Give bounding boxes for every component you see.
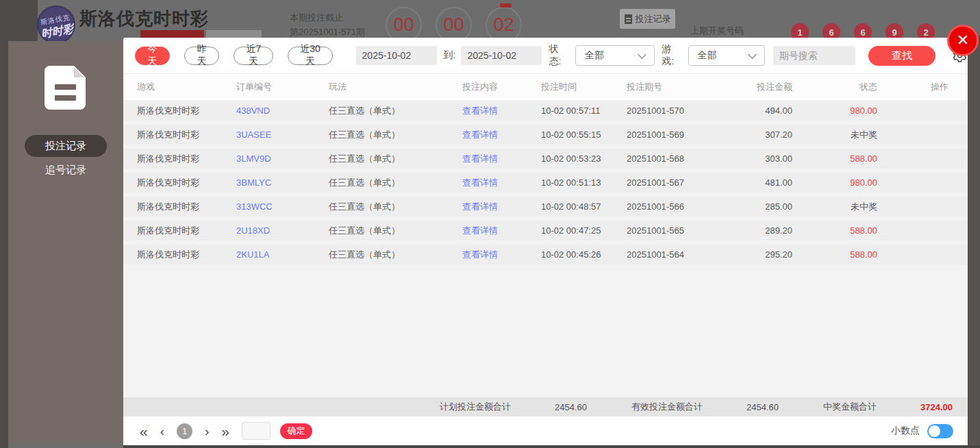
period-label: 第20251001-571期 bbox=[290, 26, 365, 38]
column-header: 投注期号 bbox=[627, 81, 742, 93]
chevron-down-icon bbox=[638, 50, 646, 59]
first-page-button[interactable]: « bbox=[140, 424, 148, 438]
cell-status: 未中奖 bbox=[792, 201, 877, 213]
background-left-strip bbox=[0, 38, 8, 448]
view-details-link[interactable]: 查看详情 bbox=[462, 201, 541, 213]
cell-bet-time: 10-02 00:47:25 bbox=[541, 225, 627, 236]
cell-play: 任三直选（单式） bbox=[329, 249, 462, 261]
win-total-value: 3724.00 bbox=[920, 402, 953, 412]
goto-page-input[interactable] bbox=[242, 422, 271, 440]
quick-filter-button[interactable]: 昨天 bbox=[184, 47, 219, 65]
cell-play: 任三直选（单式） bbox=[329, 153, 462, 165]
prev-page-button[interactable]: ‹ bbox=[160, 425, 164, 438]
cell-order-number[interactable]: 313WCC bbox=[236, 201, 329, 212]
column-header: 投注时间 bbox=[541, 81, 627, 93]
cell-bet-time: 10-02 00:48:57 bbox=[541, 201, 627, 212]
date-to-input[interactable] bbox=[461, 46, 542, 65]
bet-records-button[interactable]: 投注记录 bbox=[620, 9, 675, 29]
view-details-link[interactable]: 查看详情 bbox=[462, 105, 541, 117]
cell-bet-time: 10-02 00:57:11 bbox=[541, 105, 627, 116]
quick-filter-button[interactable]: 近30天 bbox=[288, 47, 332, 65]
table-row: 斯洛伐克时时彩3LMV9D任三直选（单式）查看详情10-02 00:53:232… bbox=[123, 149, 968, 169]
column-header: 状态 bbox=[792, 81, 877, 93]
date-from-input[interactable] bbox=[356, 46, 437, 65]
view-details-link[interactable]: 查看详情 bbox=[462, 153, 541, 165]
quick-filter-button[interactable]: 今天 bbox=[135, 47, 170, 65]
column-header: 玩法 bbox=[329, 81, 462, 93]
cell-order-number[interactable]: 438VND bbox=[236, 105, 329, 116]
cell-game: 斯洛伐克时时彩 bbox=[137, 153, 236, 165]
confirm-page-button[interactable]: 确定 bbox=[280, 423, 312, 439]
cell-bet-period: 20251001-568 bbox=[627, 153, 742, 164]
cell-bet-amount: 285.00 bbox=[742, 201, 792, 212]
plan-total-value: 2454.60 bbox=[555, 402, 587, 412]
countdown-overflow-dash bbox=[500, 3, 512, 8]
next-page-button[interactable]: › bbox=[205, 425, 209, 438]
cell-game: 斯洛伐克时时彩 bbox=[137, 249, 236, 261]
status-label: 状态: bbox=[549, 43, 570, 68]
view-details-link[interactable]: 查看详情 bbox=[462, 225, 541, 237]
cell-status: 588.00 bbox=[792, 153, 877, 164]
table-header: 游戏订单编号玩法投注内容投注时间投注期号投注金额状态操作 bbox=[123, 73, 968, 101]
background-corner bbox=[0, 0, 38, 41]
game-select-value: 全部 bbox=[698, 49, 717, 62]
summary-bar: 计划投注金额合计 2454.60 有效投注金额合计 2454.60 中奖金额合计… bbox=[123, 397, 968, 416]
column-header: 投注金额 bbox=[742, 81, 792, 93]
table-row: 斯洛伐克时时彩3BMLYC任三直选（单式）查看详情10-02 00:51:132… bbox=[123, 173, 968, 192]
valid-total-value: 2454.60 bbox=[746, 402, 779, 412]
cell-order-number[interactable]: 2U18XD bbox=[236, 225, 329, 236]
sidebar-item-bet-records[interactable]: 投注记录 bbox=[25, 135, 107, 157]
cell-order-number[interactable]: 2KU1LA bbox=[236, 249, 329, 260]
cell-bet-period: 20251001-569 bbox=[627, 129, 742, 140]
records-icon bbox=[45, 66, 86, 110]
cell-bet-amount: 307.20 bbox=[742, 129, 792, 140]
search-button[interactable]: 查找 bbox=[868, 46, 935, 66]
quick-filter-button[interactable]: 近7天 bbox=[234, 47, 273, 65]
cell-play: 任三直选（单式） bbox=[329, 201, 462, 213]
cell-bet-amount: 481.00 bbox=[742, 177, 792, 188]
cell-game: 斯洛伐克时时彩 bbox=[137, 129, 236, 141]
cell-game: 斯洛伐克时时彩 bbox=[137, 177, 236, 189]
cell-play: 任三直选（单式） bbox=[329, 177, 462, 189]
close-icon[interactable]: ✕ bbox=[947, 25, 979, 56]
status-select[interactable]: 全部 bbox=[575, 45, 655, 66]
lottery-logo: 斯洛伐克 时时彩 bbox=[34, 3, 79, 47]
column-header: 操作 bbox=[877, 81, 948, 93]
decimal-toggle[interactable] bbox=[927, 424, 953, 438]
table-row: 斯洛伐克时时彩3UASEE任三直选（单式）查看详情10-02 00:55:152… bbox=[123, 125, 968, 145]
screen: 斯洛伐克 时时彩 斯洛伐克时时彩 本期投注截止 第20251001-571期 0… bbox=[0, 0, 980, 448]
cell-order-number[interactable]: 3UASEE bbox=[236, 129, 329, 140]
cell-order-number[interactable]: 3LMV9D bbox=[236, 153, 329, 164]
last-page-button[interactable]: » bbox=[221, 424, 229, 438]
view-details-link[interactable]: 查看详情 bbox=[462, 177, 541, 189]
table-body: 斯洛伐克时时彩438VND任三直选（单式）查看详情10-02 00:57:112… bbox=[123, 101, 968, 397]
cell-bet-time: 10-02 00:51:13 bbox=[541, 177, 627, 188]
cell-bet-period: 20251001-565 bbox=[627, 225, 742, 236]
cell-bet-time: 10-02 00:45:26 bbox=[541, 249, 627, 260]
bet-records-button-label: 投注记录 bbox=[636, 13, 671, 25]
cell-bet-amount: 303.00 bbox=[742, 153, 792, 164]
cell-bet-amount: 289.20 bbox=[742, 225, 792, 236]
table-row: 斯洛伐克时时彩438VND任三直选（单式）查看详情10-02 00:57:112… bbox=[123, 101, 968, 121]
cell-order-number[interactable]: 3BMLYC bbox=[236, 177, 329, 188]
period-search-input[interactable] bbox=[773, 46, 855, 65]
current-page-badge[interactable]: 1 bbox=[177, 423, 192, 439]
column-header: 订单编号 bbox=[236, 81, 329, 93]
game-select[interactable]: 全部 bbox=[688, 45, 765, 66]
cell-game: 斯洛伐克时时彩 bbox=[137, 225, 236, 237]
records-sidebar: 投注记录 追号记录 bbox=[8, 41, 123, 442]
cell-bet-period: 20251001-566 bbox=[627, 201, 742, 212]
table-row: 斯洛伐克时时彩2KU1LA任三直选（单式）查看详情10-02 00:45:262… bbox=[123, 245, 968, 264]
background-button-gray bbox=[206, 30, 262, 38]
cell-status: 980.00 bbox=[792, 105, 877, 116]
table-row: 斯洛伐克时时彩313WCC任三直选（单式）查看详情10-02 00:48:572… bbox=[123, 197, 968, 216]
view-details-link[interactable]: 查看详情 bbox=[462, 129, 541, 141]
bet-records-modal: 今天昨天近7天近30天 到: 状态: 全部 游戏: 全部 查找 游戏订单编号玩法… bbox=[123, 38, 968, 445]
cell-game: 斯洛伐克时时彩 bbox=[137, 105, 236, 117]
cell-bet-time: 10-02 00:53:23 bbox=[541, 153, 627, 164]
cell-bet-amount: 295.20 bbox=[742, 249, 792, 260]
background-bottom-strip bbox=[123, 445, 980, 448]
cell-status: 未中奖 bbox=[792, 129, 877, 141]
view-details-link[interactable]: 查看详情 bbox=[462, 249, 541, 261]
sidebar-item-chase-records[interactable]: 追号记录 bbox=[8, 164, 123, 177]
